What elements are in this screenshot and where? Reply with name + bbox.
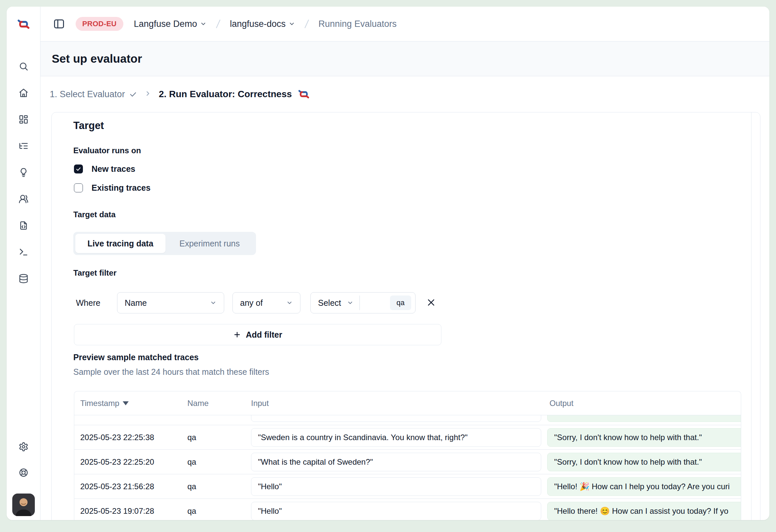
new-traces-option: New traces [74,162,135,175]
sidebar-nav [7,61,40,284]
output-cell: "Sorry, I don't know how to help with th… [547,428,741,447]
input-cell: "Hello" [251,502,541,520]
name-cell: qa [187,450,196,474]
gear-icon[interactable] [19,442,28,452]
column-header-timestamp[interactable]: Timestamp [80,391,129,415]
evaluator-knot-icon [297,90,311,99]
scroll-gutter-divider [751,113,752,520]
org-switcher[interactable]: Langfuse Demo [134,19,207,29]
table-row[interactable]: 2025-05-23 21:56:28 qa "Hello" "Hello! 🎉… [74,474,741,499]
preview-heading: Preview sample matched traces [73,353,199,362]
timestamp-cell: 2025-05-23 21:56:28 [80,474,154,499]
timestamp-cell: 2025-05-23 22:25:20 [80,450,154,474]
input-cell: "Hello" [251,477,541,496]
output-cell: "Sorry, I don't know how to help with th… [547,453,741,471]
filter-value-select[interactable]: Select qa [311,292,415,314]
add-filter-label: Add filter [246,330,282,340]
sidebar-footer [7,442,40,516]
output-cell: "Hello there! 😊 How can I assist you tod… [547,502,741,520]
target-heading: Target [73,120,104,132]
table-row[interactable]: 2025-05-23 22:25:38 qa "Sweden is a coun… [74,425,741,450]
preview-subtitle: Sample over the last 24 hours that match… [73,367,269,377]
chevron-down-icon [200,21,207,27]
output-cell: "Hello! 🎉 How can I help you today? Are … [547,477,741,496]
filter-value-placeholder: Select [318,298,341,308]
env-badge: PROD-EU [75,17,123,31]
name-cell: qa [187,425,196,450]
filter-column-value: Name [125,298,147,308]
steps-bar: 1. Select Evaluator 2. Run Evaluator: Co… [40,76,769,112]
title-bar: Set up evaluator [40,41,769,76]
column-header-input: Input [251,391,268,415]
existing-traces-option: Existing traces [74,181,151,194]
lifebuoy-icon[interactable] [19,468,28,478]
step-2-label: 2. Run Evaluator: Correctness [159,89,292,100]
filter-column-select[interactable]: Name [117,292,224,314]
step-2-run-evaluator: 2. Run Evaluator: Correctness [159,89,311,100]
org-logo-knot-icon[interactable] [7,19,40,29]
target-filter-label: Target filter [73,268,117,278]
home-icon[interactable] [19,88,28,98]
app-window: PROD-EU Langfuse Demo langfuse-docs Runn… [7,7,769,520]
new-traces-checkbox[interactable] [74,165,83,173]
name-cell: qa [187,474,196,499]
table-row-partial[interactable] [74,415,741,425]
existing-traces-checkbox[interactable] [74,183,83,192]
file-code-icon[interactable] [19,220,28,230]
topbar: PROD-EU Langfuse Demo langfuse-docs Runn… [40,7,769,41]
name-cell: qa [187,499,196,520]
check-icon [129,90,137,98]
step-1-label: 1. Select Evaluator [50,89,125,100]
database-icon[interactable] [19,274,28,284]
column-header-output: Output [550,391,573,415]
evaluator-form-card: Target Evaluator runs on New traces Exis… [51,112,760,520]
input-cell: "Sweden is a country in Scandinavia. You… [251,428,541,447]
table-header: Timestamp Name Input Output [74,391,741,415]
breadcrumb-slash-icon [303,19,311,29]
step-1-select-evaluator[interactable]: 1. Select Evaluator [50,89,137,100]
search-icon[interactable] [19,61,28,71]
existing-traces-label: Existing traces [91,183,151,193]
target-data-label: Target data [73,210,116,219]
page: { "header": { "env_badge": "PROD-EU", "o… [0,0,776,532]
plus-icon [233,331,241,339]
filter-value-badge: qa [390,296,411,310]
filter-operator-select[interactable]: any of [232,292,301,314]
input-cell-partial [251,415,541,422]
divider [360,296,360,310]
tab-live-tracing-data[interactable]: Live tracing data [75,234,166,253]
chevron-down-icon [288,21,295,27]
chevron-right-icon [144,90,152,99]
input-cell: "What is the capital of Sweden?" [251,453,541,471]
add-filter-button[interactable]: Add filter [74,324,441,345]
page-title: Set up evaluator [52,52,142,65]
list-tree-icon[interactable] [19,141,28,151]
dashboard-grid-icon[interactable] [19,115,28,124]
avatar[interactable] [12,494,35,516]
timestamp-cell: 2025-05-23 19:07:28 [80,499,154,520]
lightbulb-icon[interactable] [19,168,28,177]
sort-desc-icon [123,401,129,405]
output-cell-partial [547,415,741,422]
filter-operator-value: any of [240,298,263,308]
chevron-down-icon [210,300,217,306]
sidebar [7,7,40,520]
new-traces-label: New traces [91,164,135,174]
timestamp-header-label: Timestamp [80,391,120,415]
filter-row: Where Name any of Select qa [52,292,760,314]
sidebar-toggle-icon[interactable] [53,18,65,30]
target-data-tabs: Live tracing data Experiment runs [73,232,256,255]
column-header-name: Name [187,391,209,415]
remove-filter-button[interactable] [426,298,436,308]
users-icon[interactable] [19,194,28,204]
tab-experiment-runs[interactable]: Experiment runs [167,234,252,253]
preview-table: Timestamp Name Input Output 2025-05-23 2… [74,391,741,520]
terminal-icon[interactable] [19,247,28,257]
where-label: Where [76,292,101,314]
table-row[interactable]: 2025-05-23 19:07:28 qa "Hello" "Hello th… [74,499,741,520]
runs-on-label: Evaluator runs on [73,146,141,155]
project-switcher[interactable]: langfuse-docs [230,19,295,29]
chevron-down-icon [286,300,293,306]
table-row[interactable]: 2025-05-23 22:25:20 qa "What is the capi… [74,450,741,474]
org-name: Langfuse Demo [134,19,197,29]
